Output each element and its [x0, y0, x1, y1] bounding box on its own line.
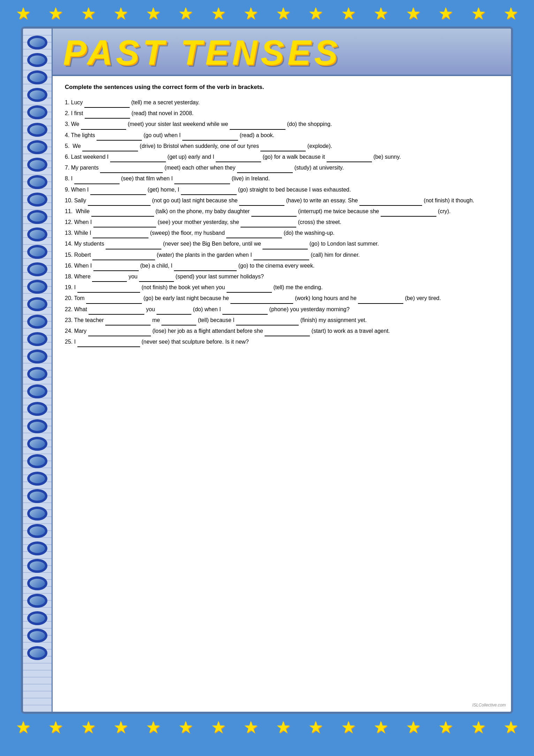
blank-23-3[interactable] — [236, 319, 299, 325]
star-5: ★ — [146, 3, 161, 23]
blank-4-2[interactable] — [182, 134, 238, 141]
sentence-7: 7. My parents (meet) each other when the… — [65, 162, 499, 173]
sentence-4: 4. The lights (go out) when I (read) a b… — [65, 130, 499, 141]
blank-8-1[interactable] — [74, 178, 120, 184]
sentence-15: 15. Robert (water) the plants in the gar… — [65, 249, 499, 260]
sentence-11: 11. While (talk) on the phone, my baby d… — [65, 206, 499, 217]
blank-13-2[interactable] — [226, 232, 282, 238]
sentence-9: 9. When I (get) home, I (go) straight to… — [65, 184, 499, 195]
spiral-binding — [23, 29, 53, 712]
star-8: ★ — [243, 3, 258, 23]
sentence-10: 10. Sally (not go out) last night becaus… — [65, 195, 499, 206]
blank-4-1[interactable] — [97, 134, 142, 141]
star-16: ★ — [503, 3, 518, 23]
blank-22-1[interactable] — [89, 308, 144, 315]
blank-7-2[interactable] — [237, 167, 293, 173]
star-7: ★ — [211, 3, 226, 23]
star-b-6: ★ — [178, 717, 193, 737]
star-2: ★ — [48, 3, 63, 23]
blank-18-1[interactable] — [92, 276, 127, 282]
blank-7-1[interactable] — [100, 167, 163, 173]
star-b-16: ★ — [503, 717, 518, 737]
star-b-3: ★ — [81, 717, 96, 737]
blank-2-1[interactable] — [85, 112, 130, 119]
sentence-19: 19. I (not finish) the book yet when you… — [65, 282, 499, 293]
blank-14-1[interactable] — [106, 243, 161, 249]
blank-3-2[interactable] — [230, 123, 285, 130]
blank-20-1[interactable] — [86, 298, 142, 304]
blank-6-1[interactable] — [110, 156, 166, 162]
blank-5-2[interactable] — [260, 145, 306, 151]
blank-9-2[interactable] — [181, 189, 237, 195]
blank-19-1[interactable] — [77, 286, 140, 293]
sentence-18: 18. Where you (spend) your last summer h… — [65, 271, 499, 282]
star-14: ★ — [438, 3, 453, 23]
blank-22-3[interactable] — [222, 308, 268, 315]
blank-10-1[interactable] — [88, 200, 151, 206]
star-13: ★ — [406, 3, 421, 23]
star-9: ★ — [276, 3, 291, 23]
sentence-5: 5. We (drive) to Bristol when suddenly, … — [65, 141, 499, 151]
sentence-14: 14. My students (never see) the Big Ben … — [65, 238, 499, 249]
blank-6-2[interactable] — [216, 156, 261, 162]
worksheet-card: PAST TENSES Complete the sentences using… — [21, 27, 513, 714]
star-b-14: ★ — [438, 717, 453, 737]
blank-5-1[interactable] — [82, 145, 138, 151]
blank-13-1[interactable] — [93, 232, 148, 238]
blank-23-2[interactable] — [161, 319, 196, 325]
blank-24-1[interactable] — [88, 330, 151, 336]
blank-14-2[interactable] — [262, 243, 308, 249]
star-b-12: ★ — [373, 717, 388, 737]
sentence-12: 12. When I (see) your mother yesterday, … — [65, 217, 499, 227]
blank-1-1[interactable] — [84, 102, 130, 108]
blank-20-2[interactable] — [230, 298, 293, 304]
blank-11-2[interactable] — [251, 210, 297, 217]
blank-3-1[interactable] — [81, 123, 126, 130]
sentence-2: 2. I first (read) that novel in 2008. — [65, 108, 499, 119]
blank-11-1[interactable] — [91, 210, 154, 217]
blank-18-2[interactable] — [139, 276, 174, 282]
blank-10-2[interactable] — [239, 200, 284, 206]
star-1: ★ — [16, 3, 31, 23]
blank-6-3[interactable] — [327, 156, 372, 162]
star-3: ★ — [81, 3, 96, 23]
blank-11-3[interactable] — [381, 210, 436, 217]
blank-25-1[interactable] — [77, 341, 140, 347]
blank-16-1[interactable] — [93, 265, 139, 271]
sentence-23: 23. The teacher me (tell) because I (fin… — [65, 315, 499, 325]
blank-8-2[interactable] — [174, 178, 230, 184]
blank-20-3[interactable] — [358, 298, 403, 304]
sentence-20: 20. Tom (go) be early last night because… — [65, 293, 499, 304]
blank-23-1[interactable] — [105, 319, 151, 325]
blank-19-2[interactable] — [227, 286, 272, 293]
star-b-11: ★ — [341, 717, 356, 737]
content-column: PAST TENSES Complete the sentences using… — [53, 29, 511, 712]
star-b-4: ★ — [113, 717, 128, 737]
sentence-6: 6. Last weekend I (get up) early and I (… — [65, 151, 499, 162]
star-b-8: ★ — [243, 717, 258, 737]
blank-12-2[interactable] — [241, 221, 296, 227]
sentence-3: 3. We (meet) your sister last weekend wh… — [65, 119, 499, 129]
blank-15-1[interactable] — [92, 254, 155, 260]
blank-12-1[interactable] — [93, 221, 156, 227]
star-12: ★ — [373, 3, 388, 23]
star-b-1: ★ — [16, 717, 31, 737]
sentence-13: 13. While I (sweep) the floor, my husban… — [65, 227, 499, 238]
sentence-22: 22. What you (do) when I (phone) you yes… — [65, 304, 499, 315]
sentence-24: 24. Mary (lose) her job as a flight atte… — [65, 325, 499, 336]
star-border-bottom: ★ ★ ★ ★ ★ ★ ★ ★ ★ ★ ★ ★ ★ ★ ★ ★ — [0, 714, 534, 740]
blank-15-2[interactable] — [253, 254, 309, 260]
sentence-25: 25. I (never see) that sculpture before.… — [65, 336, 499, 347]
blank-9-1[interactable] — [90, 189, 146, 195]
blank-22-2[interactable] — [157, 308, 191, 315]
watermark: ISLCollective.com — [472, 703, 506, 708]
blank-10-3[interactable] — [359, 200, 422, 206]
star-b-10: ★ — [308, 717, 323, 737]
blank-16-2[interactable] — [174, 265, 237, 271]
sentence-16: 16. When I (be) a child, I (go) to the c… — [65, 260, 499, 271]
instruction-text: Complete the sentences using the correct… — [65, 84, 499, 91]
star-b-13: ★ — [406, 717, 421, 737]
star-b-15: ★ — [471, 717, 486, 737]
star-b-7: ★ — [211, 717, 226, 737]
blank-24-2[interactable] — [265, 330, 310, 336]
